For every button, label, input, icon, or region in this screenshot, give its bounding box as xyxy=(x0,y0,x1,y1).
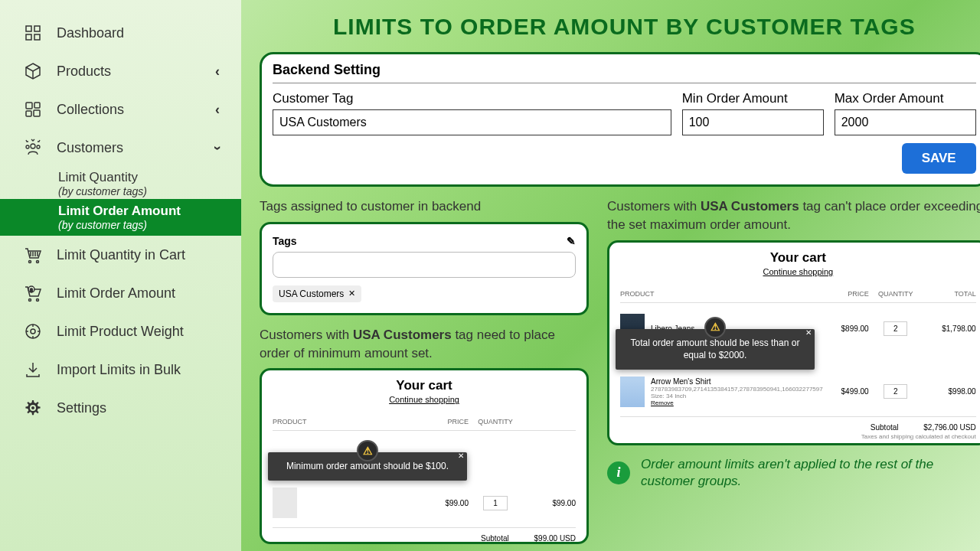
nav-label: Customers xyxy=(57,140,123,156)
sub-limit-order-amount[interactable]: Limit Order Amount (by customer tags) xyxy=(0,199,241,236)
min-cart-card: Your cart Continue shopping PRODUCT PRIC… xyxy=(260,368,589,544)
min-amount-input[interactable] xyxy=(682,109,824,135)
close-icon[interactable]: ✕ xyxy=(458,451,464,461)
box-icon xyxy=(21,60,44,83)
tags-input[interactable] xyxy=(273,252,576,278)
col-qty: QUANTITY xyxy=(469,418,522,425)
tags-card: Tags ✎ USA Customers ✕ xyxy=(260,222,589,315)
product-name: Arrow Men's Shirt xyxy=(651,377,823,386)
close-icon[interactable]: ✕ xyxy=(805,328,812,338)
col-price: PRICE xyxy=(423,418,469,425)
nav-settings[interactable]: Settings xyxy=(0,389,241,427)
tags-section-label: Tags assigned to customer in backend xyxy=(260,197,589,216)
chevron-left-icon: ‹ xyxy=(215,102,220,118)
product-sku: 278783983709,2714135384157,278783950941,… xyxy=(651,386,823,393)
continue-shopping-link[interactable]: Continue shopping xyxy=(273,395,576,404)
dashboard-icon xyxy=(21,21,44,44)
svg-point-18 xyxy=(31,329,35,334)
nav-import-bulk[interactable]: Import Limits in Bulk xyxy=(0,350,241,389)
sub-label: Limit Order Amount xyxy=(58,204,181,218)
svg-rect-4 xyxy=(26,103,32,109)
subtotal-label: Subtotal xyxy=(871,423,899,432)
info-text: Order amount limits aren't applied to th… xyxy=(641,456,980,490)
cart-row: $99.00 1 $99.00 xyxy=(273,483,576,523)
save-button[interactable]: SAVE xyxy=(902,143,976,174)
col-price: PRICE xyxy=(823,290,869,298)
backend-title: Backend Setting xyxy=(273,62,976,83)
subtotal-label: Subtotal xyxy=(481,534,509,543)
row-total: $1,798.00 xyxy=(923,324,976,333)
row-total: $998.00 xyxy=(923,387,976,396)
nav-label: Collections xyxy=(57,102,124,118)
gear-icon xyxy=(21,396,44,419)
warning-icon: ⚠ xyxy=(357,440,378,461)
tax-note: Taxes and shipping calculated at checkou… xyxy=(620,433,976,440)
product-thumb xyxy=(620,377,645,407)
sub-detail: (by customer tags) xyxy=(58,185,220,197)
chevron-down-icon: › xyxy=(210,145,226,150)
tag-chip: USA Customers ✕ xyxy=(273,285,361,302)
sub-limit-quantity[interactable]: Limit Quantity (by customer tags) xyxy=(0,167,241,199)
sub-label: Limit Quantity xyxy=(58,170,138,184)
svg-rect-2 xyxy=(26,34,31,40)
nav-customers[interactable]: Customers › xyxy=(0,129,241,167)
max-amount-label: Max Order Amount xyxy=(835,91,976,106)
nav-label: Dashboard xyxy=(57,25,124,41)
continue-shopping-link[interactable]: Continue shopping xyxy=(620,267,976,276)
info-icon: i xyxy=(607,461,630,484)
min-tooltip: ⚠ ✕ Minimum order amount should be $100. xyxy=(268,452,467,481)
customers-icon xyxy=(21,136,44,159)
min-amount-label: Min Order Amount xyxy=(682,91,824,106)
subtotal-value: $99.00 USD xyxy=(534,534,576,543)
cart-dollar-icon: $ xyxy=(21,282,44,305)
nav-label: Limit Order Amount xyxy=(57,285,175,302)
sub-detail: (by customer tags) xyxy=(58,219,220,231)
nav-label: Limit Product Weight xyxy=(57,324,184,340)
weight-icon xyxy=(21,320,44,343)
customer-tag-label: Customer Tag xyxy=(273,91,671,106)
col-total: TOTAL xyxy=(923,290,976,298)
qty-input[interactable]: 2 xyxy=(884,384,908,399)
nav-limit-qty-cart[interactable]: Limit Quantity in Cart xyxy=(0,236,241,274)
nav-dashboard[interactable]: Dashboard xyxy=(0,14,241,52)
col-qty: QUANTITY xyxy=(869,290,923,298)
svg-rect-5 xyxy=(34,103,40,108)
qty-input[interactable]: 1 xyxy=(483,496,508,510)
col-product: PRODUCT xyxy=(620,290,823,298)
row-total: $99.00 xyxy=(522,499,576,507)
main-content: LIMITS TO ORDER AMOUNT BY CUSTOMER TAGS … xyxy=(241,0,980,551)
nav-label: Import Limits in Bulk xyxy=(57,362,181,378)
row-price: $899.00 xyxy=(823,324,869,333)
svg-point-14 xyxy=(37,299,39,302)
sidebar: Dashboard Products ‹ Collections ‹ Custo… xyxy=(0,0,241,551)
download-icon xyxy=(21,358,44,381)
product-size: Size: 34 Inch xyxy=(651,393,823,399)
svg-point-9 xyxy=(26,145,29,148)
svg-point-12 xyxy=(37,261,39,263)
product-thumb xyxy=(273,487,297,518)
remove-tag-icon[interactable]: ✕ xyxy=(348,289,355,298)
tag-chip-label: USA Customers xyxy=(279,289,344,299)
col-total xyxy=(522,418,576,425)
info-note: i Order amount limits aren't applied to … xyxy=(607,456,980,490)
subtotal-value: $2,796.00 USD xyxy=(923,423,975,432)
qty-input[interactable]: 2 xyxy=(884,321,908,336)
warning-icon: ⚠ xyxy=(704,317,726,338)
nav-collections[interactable]: Collections ‹ xyxy=(0,90,241,129)
nav-limit-order-amount[interactable]: $ Limit Order Amount xyxy=(0,274,241,312)
customer-tag-input[interactable] xyxy=(273,109,671,135)
svg-rect-3 xyxy=(34,34,40,40)
page-title: LIMITS TO ORDER AMOUNT BY CUSTOMER TAGS xyxy=(260,14,980,40)
max-tooltip: ⚠ ✕ Total order amount should be less th… xyxy=(616,329,815,370)
chevron-left-icon: ‹ xyxy=(215,64,220,80)
min-section-label: Customers with USA Customers tag need to… xyxy=(260,326,589,363)
nav-limit-weight[interactable]: Limit Product Weight xyxy=(0,312,241,350)
max-section-label: Customers with USA Customers tag can't p… xyxy=(607,197,980,234)
nav-label: Products xyxy=(57,64,111,80)
remove-link[interactable]: Remove xyxy=(651,399,823,406)
row-price: $499.00 xyxy=(823,387,869,396)
max-amount-input[interactable] xyxy=(835,109,976,135)
tags-header: Tags xyxy=(273,235,297,247)
edit-icon[interactable]: ✎ xyxy=(567,235,576,247)
nav-products[interactable]: Products ‹ xyxy=(0,52,241,90)
